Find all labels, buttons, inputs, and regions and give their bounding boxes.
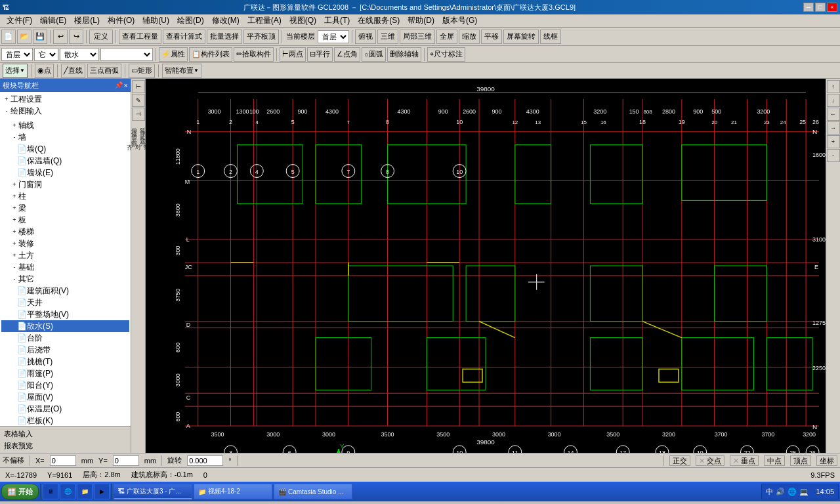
expand-axis[interactable]: + (10, 121, 18, 129)
extend-btn1[interactable]: ⊢ (132, 80, 145, 93)
extend-btn2[interactable]: ⊣ (132, 108, 145, 121)
attribute-button[interactable]: ⚡ 属性 (159, 47, 188, 62)
redo-button[interactable]: ↪ (69, 30, 83, 44)
taskbar-app3[interactable]: 🎬 Camtasia Studio ... (274, 484, 352, 499)
non-modify-label[interactable]: 非修 (130, 125, 147, 127)
other-select[interactable]: 它 (34, 48, 58, 61)
section-drawing[interactable]: - 绘图输入 (1, 105, 129, 117)
taskbar-icon2[interactable]: 🌐 (60, 484, 75, 499)
section-engineering[interactable]: + 工程设置 (1, 93, 129, 105)
expand-slab[interactable]: + (10, 216, 18, 224)
menu-tools[interactable]: 工具(T) (320, 14, 354, 27)
tree-insulation-layer[interactable]: 📄 保温层(O) (1, 403, 129, 415)
right-btn1[interactable]: ↑ (827, 80, 840, 93)
tree-beam[interactable]: + 梁 (1, 202, 129, 214)
taskbar-icon1[interactable]: 🖥 (43, 484, 58, 499)
right-btn3[interactable]: ← (827, 108, 840, 121)
select-tool[interactable]: 选择 ▼ (3, 64, 28, 78)
partial-3d-button[interactable]: 局部三维 (400, 30, 435, 44)
tree-foundation[interactable]: - 基础 (1, 261, 129, 273)
tree-steps[interactable]: 📄 台阶 (1, 332, 129, 344)
tree-column[interactable]: + 柱 (1, 190, 129, 202)
menu-component[interactable]: 构件(O) (104, 14, 138, 27)
tree-grade[interactable]: 📄 平整场地(V) (1, 308, 129, 320)
expand-stairs[interactable]: + (10, 228, 18, 236)
window-controls[interactable]: ─ □ × (803, 3, 837, 12)
start-button[interactable]: 🪟 开始 (1, 484, 39, 499)
tree-post-cast[interactable]: 📄 后浇带 (1, 344, 129, 356)
endpoint-btn[interactable]: ✕ 垂点 (730, 455, 759, 466)
save-button[interactable]: 💾 (33, 30, 47, 44)
maximize-button[interactable]: □ (815, 3, 826, 12)
tree-atrium[interactable]: 📄 天井 (1, 297, 129, 308)
tree-wall-pier[interactable]: 📄 墙垛(E) (1, 167, 129, 178)
component-name-select[interactable] (100, 48, 153, 61)
menu-draw[interactable]: 绘图(D) (173, 14, 208, 27)
delete-aux-button[interactable]: 删除辅轴 (387, 47, 421, 62)
floor-dropdown[interactable]: 首层 (318, 30, 349, 43)
component-list-button[interactable]: 📋 构件列表 (189, 47, 232, 62)
expand-decoration[interactable]: + (10, 240, 18, 247)
menu-quantity[interactable]: 工程量(A) (243, 14, 285, 27)
dim-label-button[interactable]: ⌖ 尺寸标注 (427, 47, 465, 62)
tree-balcony[interactable]: 📄 阳台(Y) (1, 379, 129, 391)
undo-button[interactable]: ↩ (53, 30, 68, 44)
3d-button[interactable]: 三维 (377, 30, 398, 44)
vertex-btn[interactable]: 顶点 (790, 455, 811, 466)
taskbar-icon4[interactable]: ▶ (94, 484, 110, 499)
expand-column[interactable]: + (10, 192, 18, 200)
pick-component-button[interactable]: ✏ 拾取构件 (234, 47, 274, 62)
tree-door-window[interactable]: + 门窗洞 (1, 178, 129, 190)
menu-online[interactable]: 在线服务(S) (354, 14, 404, 27)
batch-select-button[interactable]: 批量选择 (207, 30, 242, 44)
parallel-button[interactable]: ⊟ 平行 (307, 47, 333, 62)
tree-overhang[interactable]: 📄 挑檐(T) (1, 356, 129, 368)
right-btn5[interactable]: + (827, 135, 840, 148)
midpoint-btn[interactable]: 中点 (764, 455, 785, 466)
tree-slab[interactable]: + 板 (1, 214, 129, 226)
tree-wall[interactable]: - 墙 (1, 131, 129, 143)
expand-other[interactable]: - (10, 275, 18, 283)
ortho-btn[interactable]: 正交 (669, 455, 690, 466)
taskbar-icon3[interactable]: 📁 (77, 484, 93, 499)
new-button[interactable]: 📄 (1, 30, 16, 44)
expand-foundation[interactable]: - (10, 263, 18, 271)
cad-drawing[interactable]: 39800 3000 1300 100 2600 900 4300 4300 9… (146, 79, 826, 453)
menu-edit[interactable]: 编辑(E) (36, 14, 70, 27)
taskbar-app2[interactable]: 📁 视频4-18-2 (194, 484, 272, 499)
table-input-item[interactable]: 表格输入 (3, 428, 128, 440)
tree-building-area[interactable]: 📄 建筑面积(V) (1, 285, 129, 297)
tree-insulation-wall[interactable]: 📄 保温墙(Q) (1, 155, 129, 167)
tree-parapet[interactable]: 📄 栏板(K) (1, 415, 129, 426)
expand-drawing[interactable]: - (3, 107, 10, 115)
merge-label[interactable]: 合并 (130, 131, 147, 134)
menu-view[interactable]: 视图(Q) (285, 14, 320, 27)
y-input[interactable] (113, 455, 139, 466)
panel-close-button[interactable]: × (124, 81, 128, 89)
lineframe-button[interactable]: 线框 (540, 30, 561, 44)
two-point-button[interactable]: ⊢ 两点 (280, 47, 306, 62)
check-project-button[interactable]: 查看工程量 (119, 30, 161, 44)
right-btn6[interactable]: - (827, 149, 840, 162)
menu-help[interactable]: 帮助(D) (404, 14, 438, 27)
zoom-button[interactable]: 缩放 (459, 30, 480, 44)
expand-engineering[interactable]: + (3, 95, 10, 103)
dot-tool[interactable]: ◉ 点 (35, 64, 54, 78)
intersection-btn[interactable]: ✕ 交点 (696, 455, 724, 466)
minimize-button[interactable]: ─ (803, 3, 814, 12)
tree-canopy[interactable]: 📄 雨篷(P) (1, 368, 129, 379)
panel-pin-button[interactable]: 📌 (115, 81, 123, 89)
report-preview-item[interactable]: 报表预览 (3, 440, 128, 452)
expand-earthwork[interactable]: + (10, 251, 18, 259)
canvas-area[interactable]: 39800 3000 1300 100 2600 900 4300 4300 9… (146, 79, 826, 453)
right-btn4[interactable]: → (827, 121, 840, 135)
menu-modify[interactable]: 修改(M) (208, 14, 243, 27)
menu-floor[interactable]: 楼层(L) (70, 14, 104, 27)
expand-wall[interactable]: - (10, 133, 18, 141)
tree-wall-q[interactable]: 📄 墙(Q) (1, 143, 129, 155)
line-tool[interactable]: ╱ 直线 (61, 64, 85, 78)
menu-version[interactable]: 版本号(G) (438, 14, 481, 27)
taskbar-app1[interactable]: 🏗 广联达大厦3 - 广... (114, 484, 192, 499)
expand-beam[interactable]: + (10, 204, 18, 212)
smart-layout-tool[interactable]: 智能布置 ▼ (162, 64, 201, 78)
